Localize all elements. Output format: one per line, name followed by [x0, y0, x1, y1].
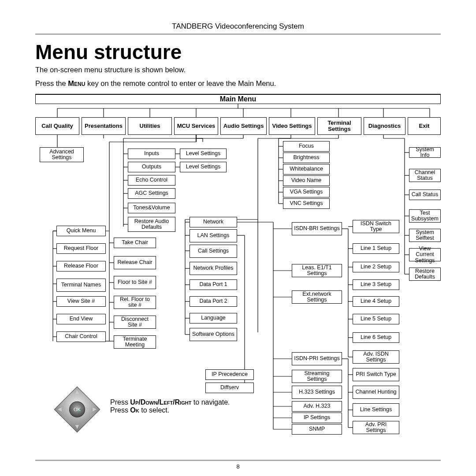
- doc-header: TANDBERG Videoconferencing System: [35, 22, 441, 35]
- node-focus: Focus: [283, 141, 330, 152]
- cat-video-settings: Video Settings: [269, 117, 315, 135]
- node-line2: Line 2 Setup: [353, 262, 399, 272]
- node-restore-audio-defaults: Restore Audio Defaults: [128, 217, 175, 232]
- intro-text-2: Press the Menu key on the remote control…: [35, 79, 441, 88]
- node-terminal-names: Terminal Names: [56, 279, 106, 292]
- node-release-chair: Release Chair: [114, 256, 156, 269]
- node-adv-h323: Adv. H.323: [292, 401, 342, 412]
- node-tones-volume: Tones&Volume: [128, 203, 175, 213]
- node-h323: H.323 Settings: [292, 386, 342, 399]
- node-brightness: Brightness: [283, 152, 330, 163]
- node-call-settings: Call Settings: [190, 245, 237, 258]
- cat-mcu-services: MCU Services: [174, 117, 218, 135]
- node-isdn-bri: ISDN-BRI Settings: [292, 222, 342, 235]
- node-streaming: Streaming Settings: [292, 370, 342, 383]
- svg-text:OK: OK: [74, 407, 81, 412]
- node-line-settings: Line Settings: [353, 403, 399, 416]
- nav-caption: Press Up/Down/Left/Right to navigate. Pr…: [110, 398, 230, 414]
- node-advanced-settings: Advanced Settings: [40, 147, 84, 162]
- node-vnc-settings: VNC Settings: [283, 198, 330, 209]
- node-rel-floor-site: Rel. Floor to site #: [114, 296, 156, 309]
- node-inputs: Inputs: [128, 149, 175, 159]
- node-terminate-meeting: Terminate Meeting: [114, 335, 156, 349]
- node-request-floor: Request Floor: [56, 243, 106, 254]
- cat-presentations: Presentations: [82, 117, 126, 135]
- node-isdn-switch-type: ISDN Switch Type: [353, 220, 399, 233]
- node-disconnect-site: Disconnect Site #: [114, 316, 156, 329]
- node-restore-defaults: Restore Defaults: [409, 268, 441, 281]
- node-adv-isdn: Adv. ISDN Settings: [353, 350, 399, 364]
- node-diffserv: Diffserv: [205, 383, 254, 393]
- node-line3: Line 3 Setup: [353, 279, 399, 290]
- main-menu-root: Main Menu: [35, 94, 441, 104]
- node-whitebalance: Whitebalance: [283, 164, 330, 175]
- node-snmp: SNMP: [292, 424, 342, 435]
- node-language: Language: [190, 313, 237, 324]
- node-floor-to-site: Floor to Site #: [114, 276, 156, 289]
- node-isdn-pri: ISDN-PRI Settings: [292, 352, 342, 365]
- menu-tree-diagram: Main Menu Call Quality Presentations Uti…: [35, 94, 441, 443]
- node-ip-precedence: IP Precedence: [205, 369, 254, 380]
- node-system-selftest: System Selftest: [409, 229, 441, 242]
- node-line6: Line 6 Setup: [353, 332, 399, 343]
- cat-exit: Exit: [408, 117, 441, 135]
- node-release-floor: Release Floor: [56, 261, 106, 271]
- node-outputs: Outputs: [128, 162, 175, 172]
- node-network-profiles: Network Profiles: [190, 262, 237, 275]
- node-test-subsystem: Test Subsystem: [409, 209, 441, 223]
- node-system-info: System Info: [409, 147, 441, 158]
- node-ip-settings: IP Settings: [292, 413, 342, 423]
- footer-rule: [35, 460, 441, 461]
- node-line5: Line 5 Setup: [353, 314, 399, 324]
- node-agc-settings: AGC Settings: [128, 188, 175, 199]
- node-view-site: View Site #: [56, 296, 106, 307]
- node-network: Network: [190, 217, 237, 227]
- remote-dpad-icon: OK: [53, 385, 101, 434]
- node-channel-status: Channel Status: [409, 169, 441, 182]
- cat-utilities: Utilities: [128, 117, 172, 135]
- node-adv-pri: Adv. PRI Settings: [353, 421, 399, 434]
- node-lan-settings: LAN Settings: [190, 229, 237, 242]
- node-data-port-2: Data Port 2: [190, 296, 237, 307]
- page-title: Menu structure: [35, 40, 441, 64]
- node-ext-network: Ext.network Settings: [292, 290, 342, 304]
- node-vga-settings: VGA Settings: [283, 187, 330, 197]
- node-pri-switch: PRI Switch Type: [353, 368, 399, 381]
- node-channel-hunting: Channel Hunting: [353, 386, 399, 399]
- cat-audio-settings: Audio Settings: [220, 117, 267, 135]
- node-level-settings-2: Level Settings: [180, 162, 227, 172]
- node-level-settings-1: Level Settings: [180, 149, 227, 159]
- node-chair-control: Chair Control: [56, 331, 106, 342]
- cat-diagnostics: Diagnostics: [364, 117, 405, 135]
- node-data-port-1: Data Port 1: [190, 279, 237, 290]
- node-end-view: End View: [56, 314, 106, 324]
- node-echo-control: Echo Control: [128, 175, 175, 186]
- node-video-name: Video Name: [283, 175, 330, 186]
- node-line4: Line 4 Setup: [353, 296, 399, 307]
- cat-call-quality: Call Quality: [35, 117, 79, 135]
- node-software-options: Software Options: [190, 328, 237, 341]
- node-quick-menu: Quick Menu: [56, 226, 106, 236]
- cat-terminal-settings: Terminal Settings: [317, 117, 361, 135]
- page-number: 8: [0, 463, 476, 470]
- node-line1: Line 1 Setup: [353, 243, 399, 254]
- node-view-current: View Current Settings: [409, 248, 441, 261]
- node-call-status: Call Status: [409, 190, 441, 200]
- node-take-chair: Take Chair: [114, 238, 156, 248]
- node-leas-e1t1: Leas. E1/T1 Settings: [292, 264, 342, 277]
- intro-text-1: The on-screen menu structure is shown be…: [35, 66, 441, 74]
